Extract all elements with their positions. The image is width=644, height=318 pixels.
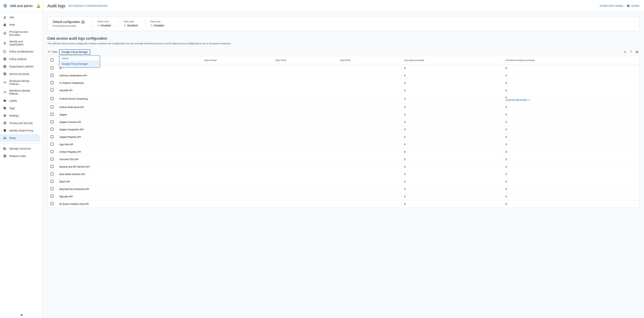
row-inherited-5: 0 xyxy=(502,103,639,111)
row-checkbox-11[interactable] xyxy=(50,150,54,153)
row-checkbox-18[interactable] xyxy=(50,202,54,205)
notification-bell-icon[interactable]: 🔔 xyxy=(36,4,40,8)
row-checkbox-17[interactable] xyxy=(50,195,54,198)
row-checkbox-8[interactable] xyxy=(50,128,54,131)
table-row: AI 0 0 xyxy=(48,64,639,72)
row-inherited-7: 0 xyxy=(502,118,639,126)
row-inherited-12: 0 xyxy=(502,156,639,163)
sidebar-item-settings[interactable]: Settings xyxy=(0,112,40,119)
row-checkbox-5[interactable] xyxy=(50,105,54,108)
filter-icon-button[interactable]: Filter xyxy=(47,50,58,54)
row-inherited-9: 0 xyxy=(502,133,639,141)
sidebar-item-identity-aware-proxy[interactable]: Identity-Aware Proxy xyxy=(0,127,40,134)
row-checkbox-1[interactable] xyxy=(50,74,54,77)
sidebar-item-organisation-policies[interactable]: Organisation policies xyxy=(0,63,40,70)
row-inherited-16: 0 xyxy=(502,185,639,193)
row-exempted-17: 0 xyxy=(401,193,502,200)
row-admin-read-10 xyxy=(201,141,272,148)
row-service-17: BigLake API xyxy=(56,193,201,200)
row-checkbox-14[interactable] xyxy=(50,172,54,175)
th-exempted[interactable]: Exempted principals xyxy=(401,56,502,64)
row-exempted-15: 0 xyxy=(401,178,502,185)
filter-actions: ✕ ? xyxy=(623,49,640,54)
sidebar-header: IAM and admin 🔔 xyxy=(0,0,43,12)
sidebar-item-privacy-security[interactable]: Privacy and security xyxy=(0,119,40,127)
row-checkbox-3[interactable] xyxy=(50,89,54,92)
identity-organisation-icon xyxy=(3,41,7,45)
row-data-write-5 xyxy=(337,103,401,111)
row-exempted-10: 0 xyxy=(401,141,502,148)
sidebar-item-labels[interactable]: Labels xyxy=(0,97,40,104)
row-data-read-9 xyxy=(272,133,337,141)
sidebar-item-label: Release notes xyxy=(9,155,26,158)
row-checkbox-6[interactable] xyxy=(50,113,54,116)
sidebar-item-release-notes[interactable]: Release notes xyxy=(0,152,40,160)
row-checkbox-cell xyxy=(48,193,56,200)
sidebar-item-roles[interactable]: Roles xyxy=(0,134,40,142)
row-exempted-8: 0 xyxy=(401,126,502,133)
show-info-panel-button[interactable]: SHOW INFO PANEL xyxy=(600,4,624,7)
row-checkbox-cell xyxy=(48,87,56,94)
sidebar-item-workforce-identity-federat[interactable]: Workforce identity federat... xyxy=(0,87,40,97)
sidebar-item-principal-access-boundary[interactable]: Principal access boundary xyxy=(0,28,40,38)
release-notes-icon xyxy=(3,154,7,158)
sidebar-item-label: Workforce identity federat... xyxy=(9,89,38,95)
iam-icon xyxy=(3,15,7,19)
topbar: Audit logs SET DEFAULT CONFIGURATION SHO… xyxy=(43,0,644,12)
row-data-write-4 xyxy=(337,94,401,103)
sidebar-item-label: Settings xyxy=(9,114,19,117)
sidebar-collapse-button[interactable]: ◀ xyxy=(0,311,43,318)
filter-columns-button[interactable] xyxy=(635,49,640,54)
dropdown-item-google-cloud-storage[interactable]: Google Cloud Storage xyxy=(60,60,100,67)
privacy-security-icon xyxy=(3,121,7,125)
row-checkbox-16[interactable] xyxy=(50,187,54,190)
row-checkbox-15[interactable] xyxy=(50,180,54,183)
th-inherited[interactable]: Inherited exempted principals xyxy=(502,56,639,64)
set-default-config-link[interactable]: SET DEFAULT CONFIGURATION xyxy=(68,4,108,7)
row-checkbox-7[interactable] xyxy=(50,120,54,123)
sidebar-item-policy-analyser[interactable]: Policy analyser xyxy=(0,55,40,63)
default-config-info-icon[interactable]: ℹ️ xyxy=(81,20,84,23)
row-checkbox-10[interactable] xyxy=(50,143,54,146)
data-write-value: ⊖ Disabled xyxy=(150,24,164,27)
sidebar-item-policy-troubleshooter[interactable]: Policy troubleshooter xyxy=(0,48,40,55)
row-checkbox-9[interactable] xyxy=(50,135,54,138)
row-checkbox-13[interactable] xyxy=(50,165,54,168)
row-checkbox-12[interactable] xyxy=(50,158,54,160)
row-data-read-11 xyxy=(272,148,337,156)
filter-chip[interactable]: Google Cloud Storage xyxy=(59,49,90,54)
th-data-write[interactable]: Data Write xyxy=(337,56,401,64)
sidebar-item-workload-identity-federat[interactable]: Workload Identity Federat... xyxy=(0,78,40,87)
row-checkbox-cell xyxy=(48,64,56,72)
sidebar-item-label: Roles xyxy=(9,136,16,139)
data-write-disabled-icon: ⊖ xyxy=(150,24,153,27)
default-config-card: Default configuration ℹ️ 0 exempted prin… xyxy=(47,16,640,31)
header-checkbox[interactable] xyxy=(50,58,54,61)
table-row: BeyondCorp Enterprise API 0 0 xyxy=(48,185,639,193)
th-admin-read[interactable]: Admin Read xyxy=(201,56,272,64)
filter-clear-button[interactable]: ✕ xyxy=(623,49,627,54)
sidebar-item-manage-resources[interactable]: Manage resources xyxy=(0,145,40,152)
row-checkbox-cell xyxy=(48,126,56,133)
row-data-read-14 xyxy=(272,171,337,178)
sidebar-item-service-accounts[interactable]: Service accounts xyxy=(0,70,40,78)
sidebar-item-iam[interactable]: IAM xyxy=(0,13,40,21)
data-table-wrapper: Se Admin Read Data Read Data Write Exemp… xyxy=(47,56,640,208)
sidebar-item-identity-organisation[interactable]: Identity and organisation xyxy=(0,38,40,48)
sidebar-item-label: IAM xyxy=(9,16,14,19)
row-service-7: Apigee Connect API xyxy=(56,118,201,126)
row-checkbox-2[interactable] xyxy=(50,81,54,84)
settings-icon xyxy=(3,114,7,117)
table-row: App Hub API 0 0 xyxy=(48,141,639,148)
table-row: Anthos Multi-cloud API 0 0 xyxy=(48,103,639,111)
learn-button[interactable]: LEARN xyxy=(626,4,640,8)
pam-icon xyxy=(3,23,7,27)
filter-help-button[interactable]: ? xyxy=(629,49,632,54)
sidebar-item-tags[interactable]: Tags xyxy=(0,104,40,112)
row-checkbox-cell xyxy=(48,94,56,103)
row-checkbox-0[interactable] xyxy=(50,66,54,69)
th-data-read[interactable]: Data Read xyxy=(272,56,337,64)
row-checkbox-4[interactable] xyxy=(50,97,54,100)
sidebar-item-pam[interactable]: PAM xyxy=(0,21,40,28)
audited-methods-link-4[interactable]: AUDITED METHODS ↗ xyxy=(506,99,636,101)
